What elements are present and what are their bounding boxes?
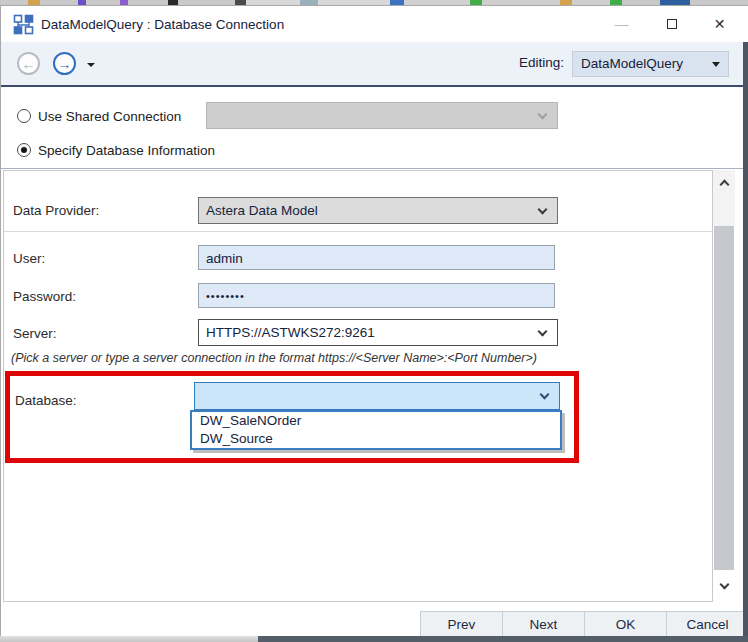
- editing-target-dropdown[interactable]: DataModelQuery: [572, 51, 729, 77]
- cancel-button[interactable]: Cancel: [666, 612, 748, 637]
- chevron-down-icon: [540, 390, 550, 400]
- title-bar: DataModelQuery : Database Connection — ✕: [0, 5, 748, 42]
- separator: [4, 231, 712, 232]
- forward-dropdown-caret-icon[interactable]: [87, 63, 95, 67]
- next-button[interactable]: Next: [502, 612, 584, 637]
- specify-database-information-radio[interactable]: [17, 143, 31, 157]
- chevron-down-icon: [538, 205, 548, 215]
- server-format-hint: (Pick a server or type a server connecti…: [11, 351, 537, 365]
- vertical-scrollbar[interactable]: [713, 170, 735, 602]
- use-shared-connection-label: Use Shared Connection: [38, 109, 181, 124]
- data-provider-label: Data Provider:: [13, 203, 99, 218]
- scroll-down-button[interactable]: [713, 574, 735, 598]
- data-provider-dropdown[interactable]: Astera Data Model: [198, 197, 558, 224]
- chevron-down-icon: [712, 62, 720, 67]
- editing-label: Editing:: [519, 55, 564, 70]
- prev-button[interactable]: Prev: [421, 612, 502, 637]
- server-dropdown[interactable]: HTTPS://ASTWKS272:9261: [198, 319, 558, 346]
- data-model-icon: [13, 14, 34, 35]
- forward-button[interactable]: →: [53, 52, 76, 75]
- database-option[interactable]: DW_SaleNOrder: [192, 412, 560, 430]
- window-left-border: [0, 5, 1, 636]
- window-title: DataModelQuery : Database Connection: [41, 6, 284, 43]
- server-value: HTTPS://ASTWKS272:9261: [206, 320, 375, 345]
- maximize-icon: [667, 19, 677, 29]
- chevron-down-icon: [538, 327, 548, 337]
- database-label: Database:: [15, 393, 77, 408]
- chevron-down-icon: [719, 580, 729, 590]
- specify-database-information-label: Specify Database Information: [38, 143, 215, 158]
- scroll-up-button[interactable]: [713, 170, 735, 196]
- toolbar: ← → Editing: DataModelQuery: [0, 42, 748, 87]
- maximize-button[interactable]: [649, 6, 694, 43]
- chevron-down-icon: [538, 110, 548, 120]
- back-arrow-icon: ←: [22, 56, 36, 72]
- server-label: Server:: [13, 326, 57, 341]
- user-input[interactable]: admin: [198, 245, 555, 270]
- use-shared-connection-radio[interactable]: [17, 109, 31, 123]
- editing-target-value: DataModelQuery: [581, 52, 683, 76]
- desktop-background-right-edge: [743, 42, 748, 636]
- user-value: admin: [206, 246, 243, 271]
- scrollbar-track[interactable]: [713, 196, 735, 226]
- window-bottom-edge: [0, 636, 258, 642]
- password-label: Password:: [13, 289, 76, 304]
- user-label: User:: [13, 251, 45, 266]
- scrollbar-thumb[interactable]: [714, 226, 734, 570]
- password-masked-value: ••••••••: [206, 284, 245, 308]
- forward-arrow-icon: →: [58, 56, 72, 72]
- chevron-up-icon: [719, 180, 729, 190]
- password-input[interactable]: ••••••••: [198, 283, 555, 308]
- data-provider-value: Astera Data Model: [206, 198, 318, 223]
- database-option[interactable]: DW_Source: [192, 430, 560, 448]
- database-form-panel: Data Provider: Astera Data Model User: a…: [3, 170, 713, 602]
- minimize-button[interactable]: —: [599, 6, 644, 43]
- ok-button[interactable]: OK: [584, 612, 666, 637]
- database-dropdown[interactable]: [194, 382, 560, 410]
- shared-connection-dropdown: [206, 102, 558, 129]
- close-button[interactable]: ✕: [697, 6, 742, 43]
- desktop-background-bottom-edge: [258, 636, 748, 642]
- database-options-list: DW_SaleNOrder DW_Source: [190, 410, 562, 450]
- connection-mode-section: Use Shared Connection Specify Database I…: [0, 89, 748, 169]
- back-button[interactable]: ←: [17, 52, 40, 75]
- footer-button-bar: Prev Next OK Cancel: [420, 611, 748, 637]
- database-connection-dialog: DataModelQuery : Database Connection — ✕…: [0, 0, 748, 642]
